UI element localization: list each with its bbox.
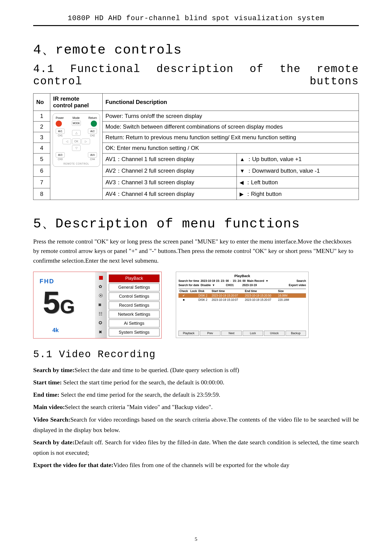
row-8-sd: ：Right button: [245, 191, 281, 197]
power-button-icon: [56, 121, 62, 127]
th-disk: Disk: [198, 290, 212, 293]
play-icon: [99, 276, 103, 280]
th-end: End time: [245, 290, 278, 293]
section-5-intro: Press the remote control "OK" key or lon…: [33, 237, 359, 265]
fiveg-icon: 5G: [43, 285, 75, 320]
menu-items: PlayBackGeneral SettingsControl Settings…: [107, 272, 161, 338]
search-btn: Search: [296, 279, 306, 283]
left-arrow-icon: ◀: [240, 180, 244, 186]
menu-item: Record Settings: [109, 302, 160, 309]
row-5-no: 5: [33, 153, 50, 165]
row-7-no: 7: [33, 177, 50, 188]
av2-btn: AV2: [88, 129, 97, 134]
row-6-sd: ：Downward button, value -1: [246, 167, 320, 174]
definition-item: Search by date:Default off. Search for v…: [33, 437, 359, 458]
main-menu-screenshot: FHD 5G 4k ✿ ⦿ ◙ ☷ ✪ ✖ PlayBackGeneral Se…: [33, 272, 162, 339]
playback-button: Backup: [286, 331, 306, 336]
dash: -: [230, 279, 231, 283]
row-8-desc: AV4：Channel 4 full screen display: [103, 188, 237, 200]
playback-button: Unlock: [264, 331, 284, 336]
ai-icon: ✪: [98, 320, 103, 325]
row-6-sym: ▼ ：Downward button, value -1: [237, 165, 359, 177]
lbl-mode: Mode: [72, 116, 80, 120]
lbl-power: Power: [56, 116, 64, 120]
main-record: Main Record: [247, 279, 264, 283]
menu-item: General Settings: [109, 284, 160, 291]
fhd-label: FHD: [40, 277, 54, 285]
page-number: 5: [0, 536, 392, 542]
playback-title: PlayBack: [178, 274, 306, 278]
ch1-lbl: CH1: [58, 134, 63, 137]
row-5-sym: ▲ ：Up button, value +1: [237, 153, 359, 165]
playback-button: Next: [221, 331, 242, 336]
row-4-no: 4: [33, 143, 50, 153]
th-start: Start time: [212, 290, 245, 293]
sft-label: Search for time: [178, 279, 199, 283]
ok-btn: OK: [72, 138, 81, 144]
return-button-icon: [91, 121, 97, 127]
definition-item: Main video:Select the search criteria "M…: [33, 402, 359, 412]
remote-panel-diagram: PowerModeReturn MODE AV1CH1 △ AV2CH2 ◁OK…: [53, 113, 100, 167]
section-5-1-title: 5.1 Video Recording: [33, 349, 359, 360]
row-6-no: 6: [33, 165, 50, 177]
definition-item: Start time: Select the start time period…: [33, 377, 359, 388]
sfd-label: Search for date: [178, 284, 199, 287]
screenshots-row: FHD 5G 4k ✿ ⦿ ◙ ☷ ✪ ✖ PlayBackGeneral Se…: [33, 272, 359, 339]
row-8-no: 8: [33, 188, 50, 200]
page-header: 1080P HD AHD four-channel blind spot vis…: [33, 14, 359, 26]
playback-screenshot: PlayBack Search for time 2023-10-19 15: …: [176, 272, 308, 338]
row-8-sym: ▶ ：Right button: [237, 188, 359, 200]
search-date-row: Search for date Disable ▼ CHO1 2023-10-1…: [178, 284, 306, 287]
fourk-label: 4k: [52, 327, 59, 333]
section-4-1-title: 4.1 Functional description of the remote…: [33, 63, 359, 88]
remote-footer: REMOTE CONTROL: [55, 162, 98, 165]
date2-val: 2023-10-19: [242, 284, 257, 287]
menu-item: System Settings: [109, 329, 160, 336]
export-btn: Export video: [289, 284, 306, 287]
th-lock: Lock: [189, 290, 198, 293]
dropdown-icon: ▼: [266, 279, 268, 283]
row-2-no: 2: [33, 122, 50, 132]
row-5-desc: AV1：Channel 1 full screen display: [103, 153, 237, 165]
th-panel: IR remote control panel: [50, 94, 103, 111]
definition-item: Export the video for that date:Video fil…: [33, 460, 359, 470]
right-arrow-icon: ▶: [240, 191, 244, 197]
control-icon: ⦿: [98, 293, 103, 298]
th-size: Size: [278, 290, 292, 293]
definition-item: End time: Select the end time period for…: [33, 390, 359, 400]
row-1-no: 1: [33, 111, 50, 122]
menu-item: Ai Settings: [109, 319, 160, 327]
cho-val: CHO1: [226, 284, 234, 287]
th-desc: Functional Description: [103, 94, 359, 111]
definitions-list: Search by time:Select the date and time …: [33, 365, 359, 471]
t1-val: 2023-10-19 15: 23: 00: [201, 279, 229, 283]
ch4-lbl: CH4: [90, 158, 95, 161]
row-2-desc: Mode: Switch between different combinati…: [103, 122, 359, 132]
up-arrow-icon: ▲: [240, 156, 245, 162]
row-7-sym: ◀ ：Left button: [237, 177, 359, 188]
menu-item: Control Settings: [109, 292, 160, 300]
right-icon: ▷: [82, 138, 90, 144]
row-7-sd: ：Left button: [245, 179, 278, 186]
remote-table: No IR remote control panel Functional De…: [33, 93, 359, 200]
playback-row: ■DISK 22023-10-19 15:10:072023-10-19 15:…: [178, 298, 306, 302]
left-icon: ◁: [63, 138, 71, 144]
av4-btn: AV4: [88, 152, 97, 158]
playback-row: ✔DISK 22023-10-19 15:20:072023-10-19 15:…: [178, 293, 306, 298]
row-1-desc: Power: Turns on/off the screen display: [103, 111, 359, 122]
playback-buttons: PlaybackPrevNextLockUnlockBackup: [178, 331, 306, 336]
down-arrow-icon: ▼: [240, 168, 245, 174]
menu-item: Network Settings: [109, 311, 160, 318]
playback-button: Prev: [200, 331, 220, 336]
row-3-desc: Return: Return to previous menu function…: [103, 132, 359, 143]
row-7-desc: AV3：Channel 3 full screen display: [103, 177, 237, 188]
ch2-lbl: CH2: [90, 134, 95, 137]
disable-val: Disable: [201, 284, 211, 287]
row-3-no: 3: [33, 132, 50, 143]
dropdown-icon-2: ▼: [212, 284, 215, 287]
section-5-title: 5、Description of menu functions: [33, 214, 359, 232]
th-check: Check: [178, 290, 189, 293]
ch3-lbl: CH3: [58, 158, 63, 161]
definition-item: Search by time:Select the date and time …: [33, 365, 359, 375]
gear-icon: ✿: [98, 284, 103, 289]
